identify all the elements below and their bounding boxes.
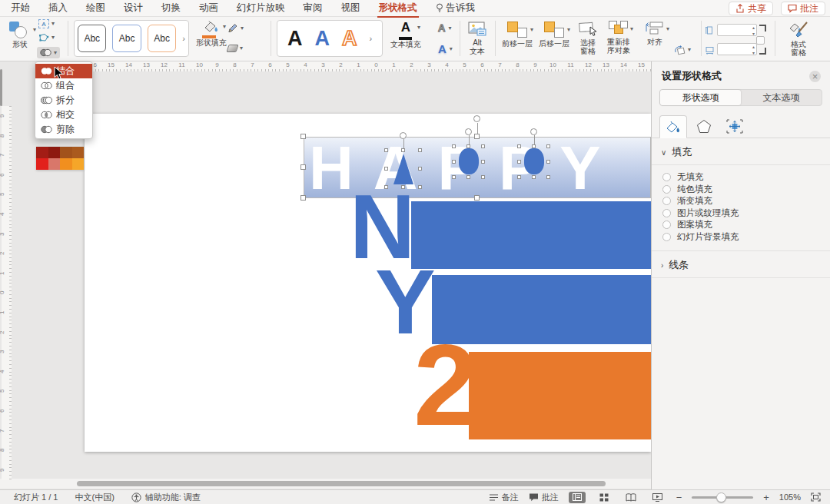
zoom-out-button[interactable]: − — [676, 492, 682, 503]
shape-style-2[interactable]: Abc — [112, 25, 141, 52]
wordart-style-3[interactable]: A — [342, 27, 357, 51]
fill-line-tab[interactable] — [659, 115, 687, 138]
alt-text-button[interactable]: Alt 文本 — [464, 22, 490, 55]
text-fill-button[interactable]: A ▾ 文本填充 — [389, 20, 423, 48]
zoom-slider[interactable] — [692, 496, 753, 499]
shape-effects-button[interactable]: ▾ — [227, 45, 243, 52]
menu-view[interactable]: 视图 — [341, 2, 360, 15]
tab-shape-options[interactable]: 形状选项 — [660, 90, 741, 105]
menu-item-union[interactable]: 结合 — [35, 64, 92, 78]
selection-handle[interactable] — [481, 144, 485, 148]
stepper-icons[interactable]: ▴▾ — [752, 25, 755, 37]
selection-handle[interactable] — [532, 175, 536, 179]
accessibility-status[interactable]: 辅助功能: 调查 — [131, 492, 201, 503]
rotate-button[interactable]: ▾ — [673, 45, 691, 55]
shape-height-input[interactable]: ▴▾ — [717, 24, 757, 36]
fill-option-radio[interactable]: 图片或纹理填充 — [662, 207, 830, 220]
fill-option-radio[interactable]: 幻灯片背景填充 — [662, 231, 830, 244]
selection-handle[interactable] — [452, 160, 456, 164]
close-icon[interactable]: × — [809, 71, 821, 82]
wordart-style-1[interactable]: A — [287, 27, 303, 51]
color-swatch[interactable] — [60, 147, 72, 158]
slide-canvas[interactable]: HAPPY — [85, 114, 651, 452]
left-scrollbar-thumb[interactable] — [0, 69, 2, 106]
selection-handle[interactable] — [517, 160, 521, 164]
selection-handle[interactable] — [546, 144, 550, 148]
selection-handle[interactable] — [546, 160, 550, 164]
menu-item-intersect[interactable]: 相交 — [35, 108, 92, 122]
zoom-in-button[interactable]: + — [763, 492, 769, 503]
menu-insert[interactable]: 插入 — [48, 2, 68, 15]
textbox-button[interactable]: A ▾ — [38, 19, 55, 28]
color-swatch[interactable] — [48, 147, 61, 158]
shape-outline-button[interactable]: ▾ — [227, 23, 244, 33]
oval-shape[interactable] — [524, 148, 544, 174]
selection-handle[interactable] — [300, 164, 306, 170]
selection-handle[interactable] — [300, 195, 306, 201]
oval-shape[interactable] — [459, 148, 479, 174]
selection-handle[interactable] — [532, 144, 536, 148]
text-effects-button[interactable]: A ▾ — [438, 43, 453, 55]
selection-handle[interactable] — [466, 175, 470, 179]
align-button[interactable]: ▾ 对齐 — [639, 21, 670, 46]
slide-sorter-view-button[interactable] — [596, 492, 613, 503]
comments-toggle-button[interactable]: 批注 — [529, 492, 559, 503]
menu-tell-me[interactable]: 告诉我 — [436, 2, 476, 15]
shape-style-3[interactable]: Abc — [148, 25, 176, 52]
color-swatch[interactable] — [60, 158, 72, 170]
selection-handle[interactable] — [474, 195, 480, 201]
selection-handle[interactable] — [474, 134, 480, 139]
zoom-slider-knob[interactable] — [716, 492, 726, 502]
selection-handle[interactable] — [546, 175, 550, 179]
selection-handle[interactable] — [481, 160, 485, 164]
letter-bar-2[interactable]: 2 — [85, 352, 651, 439]
menu-item-subtract[interactable]: 剪除 — [35, 122, 92, 137]
menu-home[interactable]: 开始 — [11, 2, 30, 15]
selection-handle[interactable] — [384, 185, 388, 189]
menu-draw[interactable]: 绘图 — [86, 2, 105, 15]
edit-shape-button[interactable]: ▾ — [38, 33, 55, 42]
selection-handle[interactable] — [401, 148, 405, 152]
bring-forward-button[interactable]: ▾ 前移一层 — [500, 21, 535, 48]
color-swatch[interactable] — [48, 158, 61, 170]
fit-to-window-icon[interactable] — [811, 492, 821, 502]
rotation-handle[interactable] — [473, 115, 480, 122]
color-swatch[interactable] — [36, 158, 48, 170]
letter-bar-y[interactable]: Y — [85, 275, 651, 344]
notes-button[interactable]: 备注 — [489, 492, 519, 503]
stepper-icons[interactable]: ▴▾ — [752, 44, 755, 56]
letter-bar-n[interactable]: N — [85, 201, 651, 269]
color-swatch[interactable] — [72, 158, 85, 170]
menu-transitions[interactable]: 切换 — [161, 2, 181, 15]
normal-view-button[interactable] — [569, 492, 586, 503]
shape-width-input[interactable]: ▴▾ — [717, 43, 757, 55]
selection-handle[interactable] — [300, 134, 306, 139]
fill-option-radio[interactable]: 渐变填充 — [662, 195, 830, 207]
shape-fill-button[interactable]: ▾ 形状填充 — [195, 20, 227, 47]
menu-design[interactable]: 设计 — [124, 2, 143, 15]
selection-handle[interactable] — [418, 185, 422, 189]
gallery-more-icon[interactable]: › — [182, 34, 185, 43]
selection-handle[interactable] — [418, 167, 422, 171]
format-pane-button[interactable]: 格式 窗格 — [779, 21, 818, 57]
line-section-header[interactable]: › 线条 — [652, 251, 830, 278]
gallery-more-icon[interactable]: › — [369, 34, 372, 43]
zoom-level[interactable]: 105% — [779, 492, 801, 502]
selection-pane-button[interactable]: 选择 窗格 — [575, 21, 601, 55]
merge-shapes-button[interactable]: ▾ — [37, 47, 60, 58]
selection-handle[interactable] — [452, 144, 456, 148]
fill-option-radio[interactable]: 纯色填充 — [662, 184, 830, 196]
reading-view-button[interactable] — [622, 492, 639, 503]
send-backward-button[interactable]: ▾ 后移一层 — [536, 21, 572, 48]
selection-handle[interactable] — [384, 148, 388, 152]
wordart-style-2[interactable]: A — [314, 27, 330, 51]
selection-handle[interactable] — [418, 148, 422, 152]
text-outline-button[interactable]: A ▾ — [438, 23, 451, 33]
menu-slideshow[interactable]: 幻灯片放映 — [237, 2, 285, 15]
color-swatch[interactable] — [36, 147, 48, 158]
size-properties-tab[interactable] — [721, 114, 749, 138]
shape-style-1[interactable]: Abc — [78, 25, 106, 52]
selection-handle[interactable] — [466, 144, 470, 148]
selection-handle[interactable] — [517, 144, 521, 148]
shapes-button[interactable]: ▾ 形状 — [5, 20, 35, 48]
